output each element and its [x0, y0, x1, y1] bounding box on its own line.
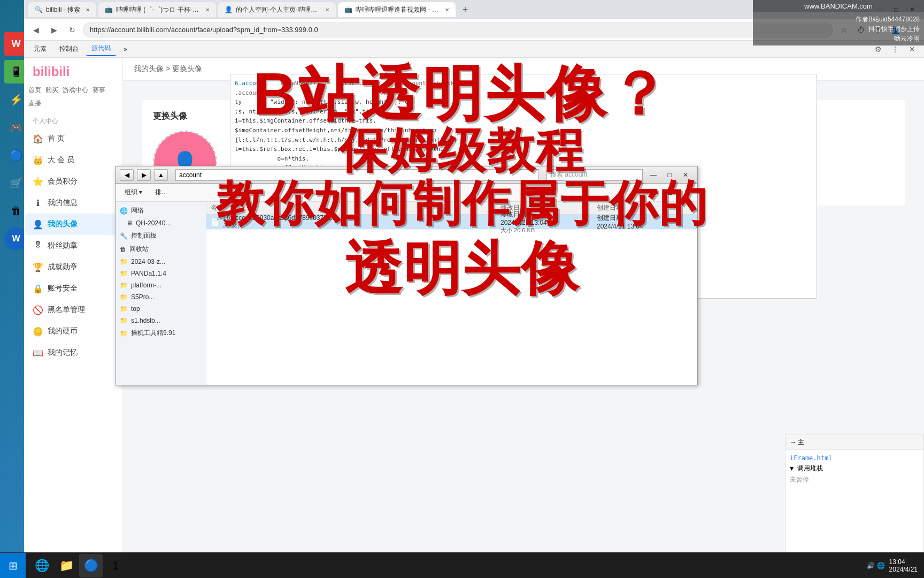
sidebar-medal-label: 粉丝勋章: [48, 241, 78, 250]
devtools-tab-console[interactable]: 控制台: [54, 42, 84, 56]
sidebar-item-security[interactable]: 🔒 账号安全: [24, 278, 122, 299]
fe-close-button[interactable]: ✕: [678, 168, 693, 182]
fe-view-grid-icon[interactable]: ⊞: [663, 187, 677, 198]
sidebar-item-vip[interactable]: 👑 大 会 员: [24, 149, 122, 171]
add-tab-button[interactable]: +: [458, 2, 473, 17]
code-line-2: .account.3930: [235, 88, 812, 98]
file-explorer-file-list: 名称 修改日期 创建日期 📄 16.account.3930aca986d278…: [206, 202, 697, 385]
fe-sidebar-tools[interactable]: 📁 操机工具精9.91: [116, 326, 206, 340]
fe-minimize-button[interactable]: —: [646, 168, 661, 182]
fe-organize-button[interactable]: 组织 ▾: [120, 186, 147, 199]
fe-maximize-button[interactable]: □: [662, 168, 677, 182]
devtools-dock-icon[interactable]: ⋮: [888, 42, 903, 57]
sidebar-item-blacklist[interactable]: 🚫 黑名单管理: [24, 299, 122, 321]
tab-search-label: bilibili - 搜索: [46, 5, 80, 14]
sidebar-item-medal[interactable]: 🎖 粉丝勋章: [24, 235, 122, 256]
sidebar-item-avatar[interactable]: 👤 我的头像: [24, 214, 122, 235]
code-line-3: ty "width": nc this.size.w, height: ); c…: [235, 97, 812, 107]
fe-view-button[interactable]: 排...: [150, 186, 172, 199]
tab-profile-close[interactable]: ✕: [325, 7, 329, 13]
tab-active-close[interactable]: ✕: [445, 7, 449, 13]
sidebar-item-coins[interactable]: 🪙 我的硬币: [24, 321, 122, 342]
controlpanel-icon: 🔧: [120, 232, 128, 240]
sidebar-item-points[interactable]: ⭐ 会员积分: [24, 171, 122, 192]
fe-path-bar[interactable]: account: [175, 169, 539, 181]
info-icon: ℹ: [33, 197, 43, 208]
devtools-tab-more[interactable]: »: [118, 43, 133, 55]
fe-forward-button[interactable]: ▶: [137, 169, 151, 181]
refresh-button[interactable]: ↻: [65, 22, 80, 37]
file-modified: 修改日期: 2024/4/21 13:04 大小 20.6 KB: [500, 210, 597, 234]
points-icon: ⭐: [33, 176, 43, 187]
fe-search-input[interactable]: 搜索 account: [546, 169, 643, 181]
file-type: JS 文件: [223, 222, 500, 230]
taskbar-app1[interactable]: 🔵: [79, 554, 103, 577]
fe-up-button[interactable]: ▲: [154, 169, 168, 181]
nav-games[interactable]: 游戏中心: [63, 86, 88, 95]
taskbar-app2[interactable]: 1: [104, 554, 127, 577]
sidebar-memory-label: 我的记忆: [48, 348, 78, 358]
file-explorer-window: ◀ ▶ ▲ account 搜索 account — □ ✕ 组织 ▾ 排...…: [115, 166, 698, 385]
sidebar-item-achievement[interactable]: 🏆 成就勋章: [24, 256, 122, 278]
taskbar-explorer[interactable]: 📁: [55, 554, 78, 577]
settings-icon[interactable]: ⋯: [905, 22, 920, 37]
folder4-icon: 📁: [120, 293, 128, 301]
sidebar-achievement-label: 成就勋章: [48, 262, 78, 272]
fe-sidebar-network[interactable]: 🌐 网络: [116, 204, 206, 217]
file-created: 创建日期: 2024/4/21 13:04: [597, 214, 693, 230]
bilibili-logo[interactable]: bilibili: [33, 64, 70, 79]
devtools-tab-sources[interactable]: 源代码: [86, 42, 116, 56]
s1-folder-label: s1.hdslb...: [131, 317, 160, 324]
tab-active[interactable]: 📺 哔哩哔哩退哩逢暮视频网 - (゜-゜... ✕: [338, 2, 456, 17]
tab-bilibili-1-close[interactable]: ✕: [205, 7, 210, 13]
fe-sidebar-folder1[interactable]: 📁 2024-03-z...: [116, 256, 206, 268]
taskbar-edge[interactable]: 🌐: [30, 554, 53, 577]
devtools-settings-icon[interactable]: ⚙: [871, 42, 886, 57]
download-icon[interactable]: ⬇: [871, 22, 886, 37]
tab-search[interactable]: 🔍 bilibili - 搜索 ✕: [28, 2, 96, 17]
fe-back-button[interactable]: ◀: [120, 169, 134, 181]
devtools-tab-elements[interactable]: 元素: [28, 42, 52, 56]
fe-view-list-icon[interactable]: ≡: [647, 187, 660, 198]
code-line-8: t=this.$refs.box.rec,i=this.$preContaine…: [235, 144, 812, 154]
fe-sidebar-computer[interactable]: 🖥 QH-20240...: [116, 217, 206, 229]
folder2-icon: 📁: [120, 270, 128, 277]
sidebar-item-home[interactable]: 🏠 首 页: [24, 128, 122, 149]
devtools-iframe[interactable]: iFrame.html: [790, 454, 919, 462]
devtools-topbar: 元素 控制台 源代码 » ⚙ ⋮ ✕: [24, 41, 924, 58]
sidebar-item-info[interactable]: ℹ 我的信息: [24, 192, 122, 214]
devtools-callstack[interactable]: ▼ 调用堆栈: [790, 464, 919, 473]
nav-live[interactable]: 直播: [28, 99, 41, 108]
favorites-icon[interactable]: ☆: [836, 22, 851, 37]
fe-sidebar-s1[interactable]: 📁 s1.hdslb...: [116, 315, 206, 326]
taskbar-tray: 🔊 🌐 13:04 2024/4/21: [860, 558, 924, 573]
fe-sidebar-controlpanel[interactable]: 🔧 控制面板: [116, 229, 206, 242]
tab-profile[interactable]: 👤 的个人空间-个人主页-哔哩哔哩... ✕: [218, 2, 336, 17]
back-button[interactable]: ◀: [28, 22, 43, 37]
fe-sidebar-top[interactable]: 📁 top: [116, 303, 206, 315]
devtools-close-icon[interactable]: ✕: [905, 42, 920, 57]
fe-help-icon[interactable]: ?: [680, 187, 693, 198]
url-input[interactable]: https://account.bilibili.com/account/fac…: [83, 22, 833, 37]
nav-home[interactable]: 首页: [28, 86, 41, 95]
minimize-button[interactable]: —: [873, 2, 888, 17]
fe-sidebar-folder3[interactable]: 📁 platform-...: [116, 279, 206, 291]
tab-search-close[interactable]: ✕: [86, 7, 90, 13]
tab-bilibili-1[interactable]: 📺 哔哩哔哩 (゜-゜)つロ 干杯--b... ✕: [98, 2, 216, 17]
forward-button[interactable]: ▶: [47, 22, 61, 37]
fe-sidebar-recycle[interactable]: 🗑 回收站: [116, 242, 206, 256]
fe-sidebar-folder2[interactable]: 📁 PANDa1.1.4: [116, 268, 206, 279]
nav-buy[interactable]: 购买: [45, 86, 58, 95]
fe-sidebar-folder4[interactable]: 📁 S5Pro...: [116, 291, 206, 303]
nav-sports[interactable]: 赛事: [93, 86, 105, 95]
bilibili-logo-area: bilibili: [24, 58, 122, 86]
maximize-button[interactable]: □: [889, 2, 904, 17]
history-icon[interactable]: ⏱: [853, 22, 868, 37]
profile-icon[interactable]: 👤: [888, 22, 903, 37]
file-item-account-js[interactable]: 📄 16.account.3930aca986d27897037bd... JS…: [206, 215, 697, 230]
sidebar-item-memory[interactable]: 📖 我的记忆: [24, 342, 122, 363]
windows-start-button[interactable]: ⊞: [0, 553, 26, 579]
folder3-icon: 📁: [120, 282, 128, 289]
browser-titlebar: 🔍 bilibili - 搜索 ✕ 📺 哔哩哔哩 (゜-゜)つロ 干杯--b..…: [24, 0, 924, 19]
close-button[interactable]: ✕: [905, 2, 920, 17]
